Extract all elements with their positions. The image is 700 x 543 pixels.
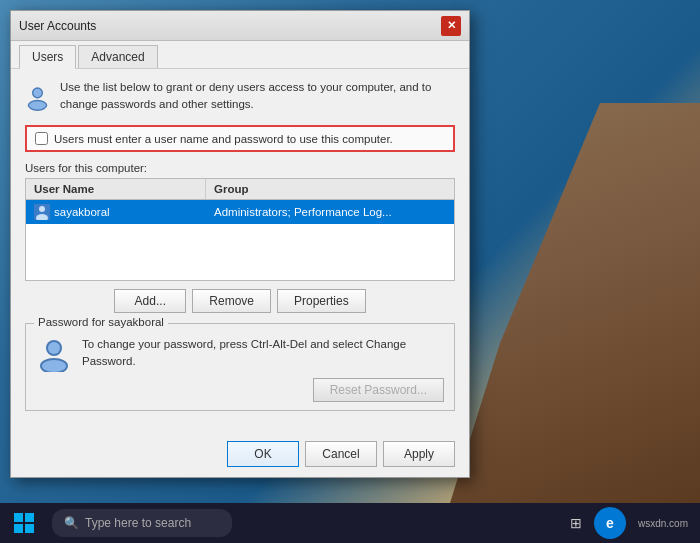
windows-icon [14,513,34,533]
table-row[interactable]: sayakboral Administrators; Performance L… [26,200,454,224]
checkbox-label[interactable]: Users must enter a user name and passwor… [54,133,393,145]
user-icon [25,79,50,115]
col-username: User Name [26,179,206,199]
table-header: User Name Group [26,179,454,200]
dialog-footer: OK Cancel Apply [11,433,469,477]
col-group: Group [206,179,454,199]
cell-group: Administrators; Performance Log... [206,202,454,222]
password-group-legend: Password for sayakboral [34,316,168,328]
taskbar-search[interactable]: 🔍 Type here to search [52,509,232,537]
checkbox-area: Users must enter a user name and passwor… [25,125,455,152]
remove-button[interactable]: Remove [192,289,271,313]
user-accounts-dialog: User Accounts ✕ Users Advanced Use the l… [10,10,470,478]
svg-point-9 [48,342,60,354]
users-table: User Name Group sayakboral Administrator… [25,178,455,281]
start-button[interactable] [0,503,48,543]
reset-btn-row: Reset Password... [36,378,444,402]
taskbar: 🔍 Type here to search ⊞ e wsxdn.com [0,503,700,543]
reset-password-button[interactable]: Reset Password... [313,378,444,402]
info-section: Use the list below to grant or deny user… [25,79,455,115]
taskbar-label: wsxdn.com [634,514,692,533]
search-icon: 🔍 [64,516,79,530]
svg-rect-12 [25,513,34,522]
svg-rect-11 [14,513,23,522]
tab-users[interactable]: Users [19,45,76,69]
ok-button[interactable]: OK [227,441,299,467]
tab-bar: Users Advanced [11,41,469,68]
dialog-title: User Accounts [19,19,96,33]
svg-rect-13 [14,524,23,533]
dialog-titlebar: User Accounts ✕ [11,11,469,41]
tab-advanced[interactable]: Advanced [78,45,157,68]
svg-point-5 [39,206,45,212]
action-buttons: Add... Remove Properties [25,289,455,313]
password-group: Password for sayakboral To change your p… [25,323,455,411]
password-user-icon [36,336,72,372]
dialog-content: Use the list below to grant or deny user… [11,68,469,433]
taskview-icon[interactable]: ⊞ [566,511,586,535]
password-text: To change your password, press Ctrl-Alt-… [82,336,444,371]
users-section-label: Users for this computer: [25,162,455,174]
table-body: sayakboral Administrators; Performance L… [26,200,454,280]
taskbar-right: ⊞ e wsxdn.com [566,507,700,539]
svg-point-3 [29,101,46,109]
must-login-checkbox[interactable] [35,132,48,145]
search-text: Type here to search [85,516,191,530]
password-section: To change your password, press Ctrl-Alt-… [36,336,444,372]
cell-username: sayakboral [26,200,206,224]
svg-point-10 [42,360,66,372]
apply-button[interactable]: Apply [383,441,455,467]
edge-icon[interactable]: e [594,507,626,539]
svg-point-2 [33,89,41,97]
row-user-icon [34,204,50,220]
cancel-button[interactable]: Cancel [305,441,377,467]
svg-rect-14 [25,524,34,533]
add-button[interactable]: Add... [114,289,186,313]
properties-button[interactable]: Properties [277,289,366,313]
close-button[interactable]: ✕ [441,16,461,36]
info-text: Use the list below to grant or deny user… [60,79,455,114]
